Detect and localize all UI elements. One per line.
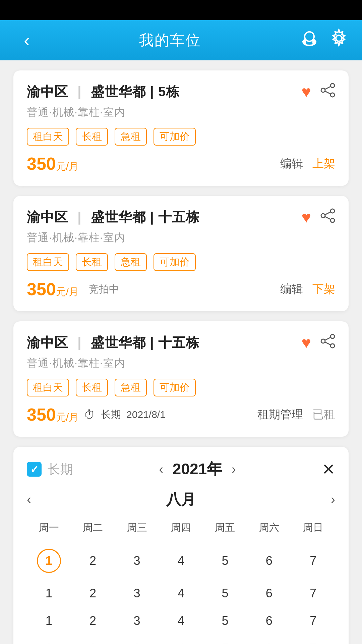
weekday-mon: 周一 [27, 518, 71, 538]
prev-year-button[interactable]: ‹ [159, 462, 163, 477]
card2-desc: 普通·机械·靠柱·室内 [27, 230, 335, 245]
rent-date: 2021/8/1 [126, 409, 166, 420]
cal-day-3-6[interactable]: 6 [247, 608, 291, 633]
tag-longrent-3: 长租 [76, 379, 108, 396]
svg-point-10 [321, 214, 325, 218]
cal-day-4-6[interactable]: 6 [247, 636, 291, 644]
favorite-icon-2[interactable]: ♥ [302, 208, 311, 226]
longterm-label: 长期 [48, 461, 73, 478]
tag-negotiable: 可加价 [154, 128, 196, 146]
card1-title: 渝中区 | 盛世华都 | 5栋 [27, 83, 180, 101]
svg-point-3 [336, 35, 342, 41]
status-button-1[interactable]: 上架 [312, 156, 335, 171]
month-display: 八月 [166, 490, 196, 509]
back-button[interactable]: ‹ [13, 30, 40, 51]
svg-line-8 [325, 91, 330, 94]
calendar-card: ✓ 长期 ‹ 2021年 › ✕ ‹ 八月 › 周一 周二 周三 周四 周五 周… [13, 447, 349, 644]
weekday-fri: 周五 [203, 518, 247, 538]
cal-day-2-5[interactable]: 5 [203, 581, 247, 606]
longterm-checkbox-area[interactable]: ✓ 长期 [27, 461, 73, 478]
card1-icons: ♥ [302, 83, 336, 101]
card3-price-area: 350元/月 ⏱ 长期 2021/8/1 [27, 405, 166, 425]
tag-daytime: 租白天 [27, 128, 69, 146]
longterm-checkbox[interactable]: ✓ [27, 462, 42, 477]
weekday-thu: 周四 [159, 518, 203, 538]
cal-day-1-2[interactable]: 2 [71, 543, 115, 578]
next-month-button[interactable]: › [331, 492, 335, 507]
card3-desc: 普通·机械·靠柱·室内 [27, 356, 335, 371]
weekday-wed: 周三 [115, 518, 159, 538]
svg-point-6 [330, 93, 335, 97]
cal-day-1-6[interactable]: 6 [247, 543, 291, 578]
cal-day-4-5[interactable]: 5 [203, 636, 247, 644]
cal-day-4-4[interactable]: 4 [159, 636, 203, 644]
svg-point-4 [330, 84, 335, 88]
card1-price: 350元/月 [27, 154, 79, 174]
content: 渝中区 | 盛世华都 | 5栋 ♥ 普通· [0, 60, 362, 644]
tag-negotiable-2: 可加价 [154, 253, 196, 271]
manage-button[interactable]: 租期管理 [257, 407, 303, 422]
card1-actions: 编辑 上架 [280, 156, 335, 171]
cal-day-4-2[interactable]: 2 [71, 636, 115, 644]
cal-day-1-1[interactable]: 1 [27, 543, 71, 578]
card3-icons: ♥ [302, 333, 336, 352]
rent-type: 长期 [101, 408, 121, 422]
weekday-headers: 周一 周二 周三 周四 周五 周六 周日 [27, 518, 335, 538]
cal-day-3-2[interactable]: 2 [71, 608, 115, 633]
share-icon-3[interactable] [320, 334, 335, 352]
prev-month-button[interactable]: ‹ [27, 492, 31, 507]
card2-tags: 租白天 长租 急租 可加价 [27, 253, 335, 271]
weekday-sat: 周六 [247, 518, 291, 538]
favorite-icon-3[interactable]: ♥ [302, 333, 311, 352]
cal-day-2-3[interactable]: 3 [115, 581, 159, 606]
close-calendar-button[interactable]: ✕ [322, 460, 335, 479]
edit-button-1[interactable]: 编辑 [280, 156, 303, 171]
cal-day-1-3[interactable]: 3 [115, 543, 159, 578]
svg-point-11 [330, 218, 335, 222]
card3-tags: 租白天 长租 急租 可加价 [27, 379, 335, 396]
favorite-icon[interactable]: ♥ [302, 83, 311, 101]
tag-urgent: 急租 [115, 128, 147, 146]
svg-point-16 [330, 344, 335, 348]
card2-price: 350元/月 [27, 279, 79, 299]
tag-longrent-2: 长租 [76, 253, 108, 271]
share-icon-2[interactable] [320, 208, 335, 226]
cal-day-2-7[interactable]: 7 [291, 581, 335, 606]
cal-day-2-1[interactable]: 1 [27, 581, 71, 606]
cal-day-4-7[interactable]: 7 [291, 636, 335, 644]
share-icon[interactable] [320, 83, 335, 101]
status-button-2[interactable]: 下架 [312, 281, 335, 297]
page-title: 我的车位 [139, 31, 201, 50]
cal-day-1-4[interactable]: 4 [159, 543, 203, 578]
cal-day-4-1[interactable]: 1 [27, 636, 71, 644]
cal-day-3-4[interactable]: 4 [159, 608, 203, 633]
cal-day-1-5[interactable]: 5 [203, 543, 247, 578]
card3-price: 350元/月 [27, 405, 79, 425]
tag-negotiable-3: 可加价 [154, 379, 196, 396]
year-navigation: ‹ 2021年 › [159, 459, 236, 480]
svg-point-15 [321, 339, 325, 343]
header: ‹ 我的车位 [0, 20, 362, 60]
cal-day-3-1[interactable]: 1 [27, 608, 71, 633]
cal-day-3-7[interactable]: 7 [291, 608, 335, 633]
clock-icon: ⏱ [84, 408, 96, 421]
cal-day-3-3[interactable]: 3 [115, 608, 159, 633]
next-year-button[interactable]: › [232, 462, 236, 477]
tag-urgent-3: 急租 [115, 379, 147, 396]
svg-point-0 [305, 32, 314, 41]
cal-day-4-3[interactable]: 3 [115, 636, 159, 644]
cal-day-2-4[interactable]: 4 [159, 581, 203, 606]
support-icon[interactable] [300, 29, 319, 52]
rented-status: 已租 [312, 407, 335, 422]
card2-title: 渝中区 | 盛世华都 | 十五栋 [27, 208, 199, 226]
edit-button-2[interactable]: 编辑 [280, 281, 303, 297]
cal-day-2-2[interactable]: 2 [71, 581, 115, 606]
cal-day-1-7[interactable]: 7 [291, 543, 335, 578]
card2-price-area: 350元/月 竞拍中 [27, 279, 119, 299]
status-bar [0, 0, 362, 20]
cal-day-3-5[interactable]: 5 [203, 608, 247, 633]
calendar-grid: 1 2 3 4 5 6 7 1 2 3 4 5 6 7 1 2 3 4 5 6 … [27, 543, 335, 644]
cal-day-2-6[interactable]: 6 [247, 581, 291, 606]
settings-icon[interactable] [329, 29, 349, 52]
card1-tags: 租白天 长租 急租 可加价 [27, 128, 335, 146]
